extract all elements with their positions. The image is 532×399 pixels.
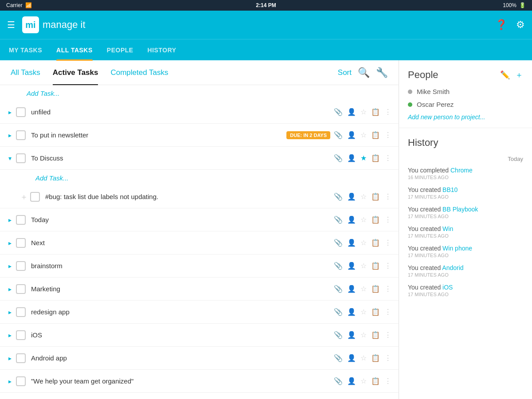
expand-icon[interactable]: ▸ xyxy=(4,329,16,341)
add-subtask-icon[interactable]: ＋ xyxy=(18,191,30,203)
notes-icon[interactable]: 📋 xyxy=(371,285,380,293)
task-checkbox[interactable] xyxy=(16,284,26,294)
history-link[interactable]: Andorid xyxy=(442,264,463,271)
attach-icon[interactable]: 📎 xyxy=(334,285,343,293)
search-icon[interactable]: 🔍 xyxy=(358,67,370,78)
notes-icon[interactable]: 📋 xyxy=(371,154,380,162)
more-icon[interactable]: ⋮ xyxy=(384,331,391,339)
notes-icon[interactable]: 📋 xyxy=(371,331,380,339)
notes-icon[interactable]: 📋 xyxy=(371,131,380,139)
assign-icon[interactable]: 👤 xyxy=(347,262,356,270)
more-icon[interactable]: ⋮ xyxy=(384,262,391,270)
more-icon[interactable]: ⋮ xyxy=(384,192,391,201)
attach-icon[interactable]: 📎 xyxy=(334,108,343,116)
attach-icon[interactable]: 📎 xyxy=(334,131,343,139)
more-icon[interactable]: ⋮ xyxy=(384,308,391,316)
more-icon[interactable]: ⋮ xyxy=(384,239,391,247)
task-checkbox[interactable] xyxy=(16,307,26,317)
settings-icon[interactable]: ⚙ xyxy=(516,19,525,31)
star-icon[interactable]: ☆ xyxy=(360,331,367,339)
help-icon[interactable]: ❓ xyxy=(495,19,507,31)
notes-icon[interactable]: 📋 xyxy=(371,308,380,316)
assign-icon[interactable]: 👤 xyxy=(347,331,356,339)
star-icon[interactable]: ☆ xyxy=(360,285,367,293)
assign-icon[interactable]: 👤 xyxy=(347,308,356,316)
attach-icon[interactable]: 📎 xyxy=(334,215,343,224)
notes-icon[interactable]: 📋 xyxy=(371,262,380,270)
task-checkbox[interactable] xyxy=(16,153,26,163)
add-people-icon[interactable]: ＋ xyxy=(515,70,523,80)
attach-icon[interactable]: 📎 xyxy=(334,239,343,247)
attach-icon[interactable]: 📎 xyxy=(334,377,343,385)
expand-icon[interactable]: ▸ xyxy=(4,352,16,364)
assign-icon[interactable]: 👤 xyxy=(347,285,356,293)
attach-icon[interactable]: 📎 xyxy=(334,331,343,339)
assign-icon[interactable]: 👤 xyxy=(347,215,356,224)
expand-icon[interactable]: ▸ xyxy=(4,237,16,249)
tab-my-tasks[interactable]: MY TASKS xyxy=(9,39,42,61)
add-task-top[interactable]: Add Task... xyxy=(0,85,399,101)
attach-icon[interactable]: 📎 xyxy=(334,154,343,162)
history-link[interactable]: Chrome xyxy=(450,167,473,174)
expand-icon[interactable]: ▸ xyxy=(4,375,16,387)
expand-icon[interactable]: ▸ xyxy=(4,106,16,118)
task-row[interactable]: ＋ #bug: task list due labels not updatin… xyxy=(0,185,399,208)
more-icon[interactable]: ⋮ xyxy=(384,377,391,385)
more-icon[interactable]: ⋮ xyxy=(384,154,391,162)
expand-icon[interactable]: ▸ xyxy=(4,283,16,295)
star-icon[interactable]: ☆ xyxy=(360,262,367,270)
star-icon[interactable]: ☆ xyxy=(360,239,367,247)
assign-icon[interactable]: 👤 xyxy=(347,192,356,201)
attach-icon[interactable]: 📎 xyxy=(334,354,343,362)
task-row[interactable]: ▸ To put in newsletter DUE: IN 2 DAYS 📎 … xyxy=(0,124,399,147)
history-link[interactable]: Win phone xyxy=(442,245,472,252)
star-icon[interactable]: ☆ xyxy=(360,215,367,224)
sub-tab-completed-tasks[interactable]: Completed Tasks xyxy=(110,60,168,85)
history-link[interactable]: iOS xyxy=(442,284,453,291)
task-checkbox[interactable] xyxy=(16,238,26,248)
star-icon[interactable]: ☆ xyxy=(360,354,367,362)
add-subtask-label[interactable]: Add Task... xyxy=(0,170,399,185)
notes-icon[interactable]: 📋 xyxy=(371,108,380,116)
star-icon[interactable]: ☆ xyxy=(360,308,367,316)
task-row[interactable]: ▸ Marketing 📎 👤 ☆ 📋 ⋮ xyxy=(0,278,399,301)
tab-all-tasks[interactable]: ALL TASKS xyxy=(56,39,93,61)
edit-people-icon[interactable]: ✏️ xyxy=(500,70,510,80)
task-checkbox[interactable] xyxy=(30,192,40,202)
more-icon[interactable]: ⋮ xyxy=(384,108,391,116)
notes-icon[interactable]: 📋 xyxy=(371,215,380,224)
history-link[interactable]: BB10 xyxy=(442,186,458,193)
task-row[interactable]: ▸ brainstorm 📎 👤 ☆ 📋 ⋮ xyxy=(0,254,399,278)
task-row[interactable]: ▸ Today 📎 👤 ☆ 📋 ⋮ xyxy=(0,208,399,231)
star-icon[interactable]: ☆ xyxy=(360,377,367,385)
task-row[interactable]: ▸ Next 📎 👤 ☆ 📋 ⋮ xyxy=(0,231,399,254)
assign-icon[interactable]: 👤 xyxy=(347,131,356,139)
attach-icon[interactable]: 📎 xyxy=(334,308,343,316)
more-icon[interactable]: ⋮ xyxy=(384,131,391,139)
task-row[interactable]: ▸ Android app 📎 👤 ☆ 📋 ⋮ xyxy=(0,347,399,370)
tab-people[interactable]: PEOPLE xyxy=(107,39,133,61)
tab-history[interactable]: HISTORY xyxy=(148,39,176,61)
star-icon[interactable]: ☆ xyxy=(360,192,367,201)
star-icon[interactable]: ★ xyxy=(360,154,367,162)
sub-tab-active-tasks[interactable]: Active Tasks xyxy=(53,60,98,85)
task-checkbox[interactable] xyxy=(16,130,26,140)
expand-icon[interactable]: ▾ xyxy=(4,152,16,164)
menu-icon[interactable]: ☰ xyxy=(7,20,15,30)
star-icon[interactable]: ☆ xyxy=(360,131,367,139)
star-icon[interactable]: ☆ xyxy=(360,108,367,116)
more-icon[interactable]: ⋮ xyxy=(384,354,391,362)
task-checkbox[interactable] xyxy=(16,353,26,363)
task-row[interactable]: ▾ To Discuss 📎 👤 ★ 📋 ⋮ xyxy=(0,147,399,170)
task-checkbox[interactable] xyxy=(16,215,26,225)
sort-button[interactable]: Sort xyxy=(338,68,352,77)
sub-tab-all-tasks[interactable]: All Tasks xyxy=(11,60,40,85)
assign-icon[interactable]: 👤 xyxy=(347,108,356,116)
assign-icon[interactable]: 👤 xyxy=(347,154,356,162)
notes-icon[interactable]: 📋 xyxy=(371,239,380,247)
add-person-link[interactable]: Add new person to project... xyxy=(408,113,523,121)
more-icon[interactable]: ⋮ xyxy=(384,285,391,293)
expand-icon[interactable]: ▸ xyxy=(4,260,16,272)
history-link[interactable]: BB Playbook xyxy=(442,206,478,213)
attach-icon[interactable]: 📎 xyxy=(334,192,343,201)
